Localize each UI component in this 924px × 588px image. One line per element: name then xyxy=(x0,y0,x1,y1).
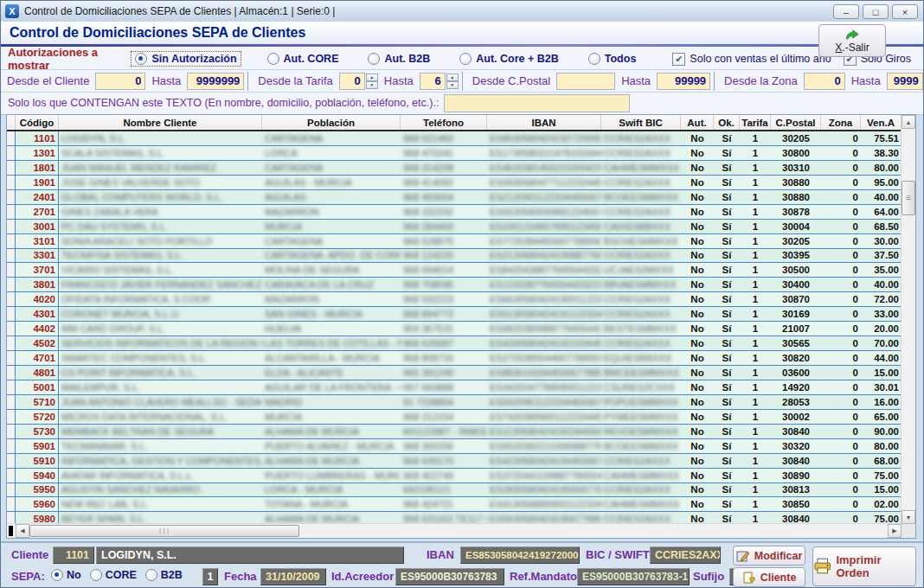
horizontal-scrollbar[interactable]: ◀ ∣∣∣ ▶ xyxy=(7,523,902,538)
modificar-button[interactable]: Modificar xyxy=(733,546,805,566)
vertical-scrollbar[interactable]: ▲ ☰ ▼ xyxy=(901,115,915,524)
table-row[interactable]: 5710JUAN ANTONIO CLAVERO MEALLSO - SEDAN… xyxy=(7,395,902,410)
tarifa-cell: 1 xyxy=(740,322,771,336)
table-row[interactable]: 2701GINES ZABALA VERAMAZARRON968 332292E… xyxy=(7,205,902,220)
printer-icon xyxy=(813,558,831,575)
table-row[interactable]: 4801CS POINT INFORMATICA, S.L.ELDA - ALI… xyxy=(7,366,902,380)
codigo-cell: 1101 xyxy=(16,131,59,145)
maximize-button[interactable]: □ xyxy=(863,4,889,19)
aut-cell: No xyxy=(681,176,714,189)
scroll-up-icon[interactable]: ▲ xyxy=(902,115,915,129)
radio-aut-core[interactable]: Aut. CORE xyxy=(264,52,343,66)
desde-la-tarifa-input[interactable] xyxy=(340,74,364,89)
zona-cell: 0 xyxy=(821,220,861,233)
table-row[interactable]: 4502SERVICIOS INFORMATICOS DE LA REGION … xyxy=(7,336,902,351)
radio-aut-b2b[interactable]: Aut. B2B xyxy=(364,52,433,66)
close-button[interactable]: × xyxy=(892,4,918,19)
checkbox-solo-con-ventas-el-ltimo-a-o[interactable]: ✔Solo con ventas el último año xyxy=(672,53,831,66)
spinner-up-icon[interactable]: ▲ xyxy=(446,74,459,81)
column-header-poblaci-n[interactable]: Población xyxy=(262,115,401,130)
table-row[interactable]: 4402MM CARD GROUP, S.L.HUELVA959 367531E… xyxy=(7,322,902,336)
sepa-radio-core[interactable]: CORE xyxy=(90,569,137,581)
telefono-cell: 968 414092 xyxy=(401,176,487,189)
radio-sin-autorizaci-n[interactable]: Sin Autorización xyxy=(131,51,241,67)
radio-button-icon xyxy=(459,53,472,65)
column-header-tel-fono[interactable]: Teléfono xyxy=(401,115,487,130)
tarifa-cell: 1 xyxy=(740,146,771,160)
zona-cell: 0 xyxy=(821,263,861,277)
table-row[interactable]: 3001PC DAU SYSTEMS, S.L.MURCIA968 284400… xyxy=(7,220,902,234)
table-row[interactable]: 5001MAILEMPUR, S.L.AGUILAR DE LA FRONTER… xyxy=(7,380,902,395)
poblacion-cell: ALCANTARILLA - MURCIA xyxy=(262,351,401,365)
sepa-radio-no[interactable]: No xyxy=(51,569,81,581)
column-header-nombre-cliente[interactable]: Nombre Cliente xyxy=(59,115,262,130)
horizontal-scroll-thumb[interactable]: ∣∣∣ xyxy=(29,525,299,537)
table-row[interactable]: 1301SCALA SISTEMAS, S.L.LORCA968 470341E… xyxy=(7,146,902,161)
table-row[interactable]: 5960NEW REC LAB, S.L.TOTANA - MURCIA968 … xyxy=(7,497,902,512)
spinner-down-icon[interactable]: ▼ xyxy=(446,81,459,89)
spinner-control[interactable]: ▲▼ xyxy=(366,74,378,89)
table-row[interactable]: 5940AVATAR INFORMATICA, S.L.L.PUERTO LUM… xyxy=(7,469,902,483)
nombre-cell: MEMBACK BELTRAN DE SEGURA xyxy=(59,425,262,438)
table-row[interactable]: 3101SONIA ARACELI SOTO PORTILLOCARTAGENA… xyxy=(7,234,902,249)
aut-cell: No xyxy=(681,410,714,424)
table-row[interactable]: 1801JUAN MANUEL MENDEZ RAMIREZCARTAGENA9… xyxy=(7,161,902,176)
imprimir-orden-button[interactable]: Imprimir Orden xyxy=(812,546,916,586)
vertical-scroll-thumb[interactable]: ☰ xyxy=(902,181,915,215)
desde-la-zona-input[interactable] xyxy=(805,74,844,89)
column-header-swift-bic[interactable]: Swift BIC xyxy=(601,115,681,130)
table-row[interactable]: 2401GLOBAL COMPUTERS WORLD, S.L.AGUILAS9… xyxy=(7,190,902,205)
table-row[interactable]: 5910INFORMATICA, GESTION Y COMPONENTES, … xyxy=(7,454,902,469)
table-row[interactable]: 3301TECNIFISA SISTEMAS, S.L.CARTAGENA. A… xyxy=(7,249,902,264)
column-header-iban[interactable]: IBAN xyxy=(487,115,601,130)
table-row[interactable]: 3701VICARIO SISTEMAS, S.L.MOLINA DE SEGU… xyxy=(7,263,902,278)
app-icon: X xyxy=(5,4,19,18)
desde-el-cliente-input[interactable] xyxy=(96,74,144,89)
column-header-zona[interactable]: Zona xyxy=(821,115,861,130)
desde-c-postal-hasta-input[interactable] xyxy=(658,74,709,89)
divider xyxy=(714,72,715,91)
table-row[interactable]: 4301CORONET MURCIA, S.L.U.SAN GINES - MU… xyxy=(7,307,902,322)
scroll-right-icon[interactable]: ▶ xyxy=(888,524,902,538)
desde-la-tarifa-hasta-input[interactable] xyxy=(420,74,445,89)
table-row[interactable]: 4020OFIDATA INFORMATICA, S.COOP.MAZARRON… xyxy=(7,292,902,307)
column-header-ven-a[interactable]: Ven.A xyxy=(861,115,902,130)
scroll-left-icon[interactable]: ◀ xyxy=(16,524,29,538)
column-header-c-digo[interactable]: Código xyxy=(16,115,59,130)
poblacion-cell: LORCA - MURCIA xyxy=(262,483,401,497)
spinner-up-icon[interactable]: ▲ xyxy=(366,74,378,81)
radio-todos[interactable]: Todos xyxy=(585,52,640,66)
table-row[interactable]: 5950AGUSTIN SANCHEZ NAVARROLORCA - MURCI… xyxy=(7,483,902,498)
table-row[interactable]: 4701SMARTEC COMPONENTES, S.L.ALCANTARILL… xyxy=(7,351,902,366)
iban-cell: ES2830580424195566778899 xyxy=(487,483,601,497)
ven-cell: 30.00 xyxy=(861,234,902,248)
table-row[interactable]: 5720MICROS DATA INTERNACIONAL, S.L.MURCI… xyxy=(7,410,902,425)
salir-button[interactable]: X.-Salir xyxy=(818,24,886,57)
radio-aut-core-b2b[interactable]: Aut. Core + B2B xyxy=(456,52,562,66)
nombre-cell: TECMANIMAR, S.L. xyxy=(59,439,262,453)
table-row[interactable]: 5901TECMANIMAR, S.L.PUERTO ALVAREZ - MUR… xyxy=(7,439,902,454)
spinner-down-icon[interactable]: ▼ xyxy=(366,81,378,89)
scroll-down-icon[interactable]: ▼ xyxy=(902,510,915,524)
table-row[interactable]: 5730MEMBACK BELTRAN DE SEGURAALHAMA DE M… xyxy=(7,425,902,439)
cliente-button[interactable]: Cliente xyxy=(733,567,805,587)
table-row[interactable]: 1101LOGIDYN, S.L.CARTAGENA968 521460ES85… xyxy=(7,131,902,146)
table-row[interactable]: 1901JOSE GINES VALVERDE SOTOAGUILAS - MU… xyxy=(7,176,902,190)
column-header-c-postal[interactable]: C.Postal xyxy=(771,115,821,130)
column-header-ok[interactable]: Ok. xyxy=(714,115,740,130)
column-header-tarifa[interactable]: Tarifa xyxy=(740,115,771,130)
ok-cell: Sí xyxy=(714,146,740,160)
row-gutter-cell xyxy=(7,336,16,350)
spinner-control[interactable]: ▲▼ xyxy=(446,74,459,89)
poblacion-cell: TOTANA - MURCIA xyxy=(262,497,401,511)
minimize-button[interactable]: – xyxy=(833,4,859,19)
desde-el-cliente-hasta-input[interactable] xyxy=(188,74,243,89)
column-header-aut[interactable]: Aut. xyxy=(681,115,714,130)
cpostal-cell: 30840 xyxy=(771,425,821,438)
table-row[interactable]: 3801FRANCISCO JAVIER FERNANDEZ SANCHEZCA… xyxy=(7,278,902,292)
desde-c-postal-input[interactable] xyxy=(557,74,614,89)
poblacion-cell: MAZARRON xyxy=(262,292,401,306)
text-filter-input[interactable] xyxy=(444,94,630,112)
sepa-radio-b2b[interactable]: B2B xyxy=(145,569,183,581)
desde-la-zona-hasta-input[interactable] xyxy=(888,74,922,89)
